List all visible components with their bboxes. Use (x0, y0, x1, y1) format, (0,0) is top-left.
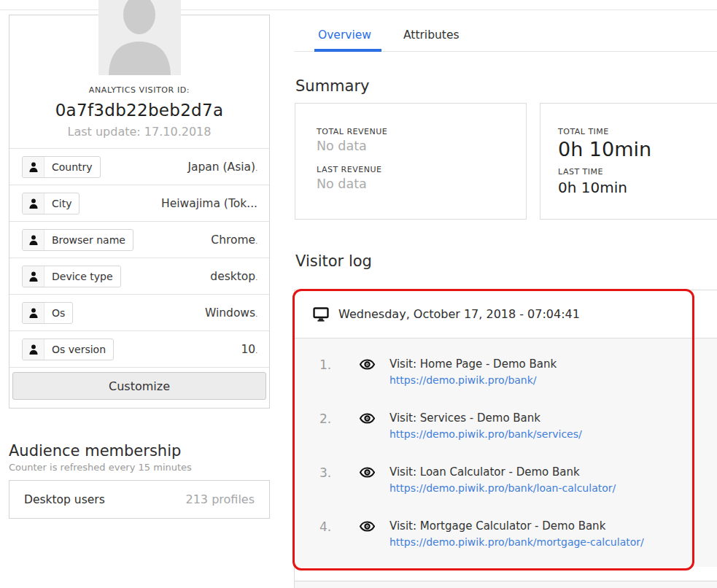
attribute-label: Os (44, 303, 72, 323)
summary-title: Summary (295, 77, 369, 95)
attribute-label: Device type (44, 266, 120, 287)
attribute-value: Japan (Asia). (187, 160, 257, 174)
last-update-text: Last update: 17.10.2018 (9, 125, 269, 139)
attribute-value: desktop. (210, 270, 257, 283)
attribute-value: Chrome. (211, 233, 257, 247)
attribute-label: City (44, 193, 79, 214)
person-icon (23, 303, 44, 323)
visit-url-link[interactable]: https://demo.piwik.pro/bank/ (389, 374, 557, 386)
attribute-value-text: Japan (Asia) (187, 160, 255, 174)
customize-button[interactable]: Customize (12, 372, 266, 400)
attribute-row-browser-name: Browser name Chrome. (9, 221, 269, 258)
visit-number: 4. (319, 519, 341, 534)
audience-membership-title: Audience membership (9, 442, 181, 460)
section-gap (295, 567, 717, 581)
last-time-label: LAST TIME (558, 167, 717, 177)
total-time-label: TOTAL TIME (558, 127, 717, 136)
attribute-value-suffix: . (255, 311, 257, 318)
attribute-value: 10. (241, 343, 257, 356)
attribute-value-text: desktop (210, 270, 255, 283)
visit-number: 2. (319, 411, 341, 426)
visit-row-4: 4. Visit: Mortgage Calculator - Demo Ban… (295, 519, 717, 573)
customize-button-row: Customize (9, 367, 269, 403)
attribute-chip: Os version (22, 339, 114, 360)
person-icon (23, 193, 44, 214)
attribute-chip: Device type (22, 266, 121, 287)
attribute-value: Heiwajima (Tok... (161, 197, 257, 210)
attribute-row-os-version: Os version 10. (9, 330, 269, 367)
attribute-value-suffix: . (255, 238, 257, 245)
attribute-label: Country (44, 157, 100, 177)
pageview-eye-icon (360, 467, 375, 478)
audience-name: Desktop users (24, 493, 105, 506)
attribute-value-text: Chrome (211, 233, 255, 247)
visit-number: 3. (319, 465, 341, 480)
total-revenue-value: No data (317, 139, 526, 153)
summary-card-revenue: TOTAL REVENUE No data LAST REVENUE No da… (295, 103, 527, 220)
session-date-time: Wednesday, October 17, 2018 - 07:04:41 (338, 307, 580, 321)
attribute-value-text: 10 (241, 343, 255, 356)
attribute-label: Browser name (44, 230, 133, 250)
attribute-value-text: Heiwajima (Tok... (161, 197, 257, 210)
person-icon (23, 157, 44, 177)
attribute-value-suffix: . (255, 274, 257, 282)
visit-title: Visit: Loan Calculator - Demo Bank (389, 465, 616, 479)
visit-url-link[interactable]: https://demo.piwik.pro/bank/mortgage-cal… (389, 536, 644, 548)
visit-url-link[interactable]: https://demo.piwik.pro/bank/services/ (389, 428, 582, 440)
attribute-chip: City (22, 193, 80, 214)
desktop-monitor-icon (313, 307, 329, 322)
visitor-id-label: ANALYTICS VISITOR ID: (9, 85, 269, 95)
attribute-chip: Os (22, 302, 73, 324)
visitor-id-value: 0a7f3db22beb2d7a (9, 101, 269, 120)
attribute-value-suffix: . (255, 347, 257, 355)
pageview-eye-icon (360, 359, 375, 370)
pageview-eye-icon (360, 521, 375, 532)
next-session-strip (295, 581, 717, 588)
visit-title: Visit: Services - Demo Bank (389, 411, 582, 425)
session-header-row[interactable]: Wednesday, October 17, 2018 - 07:04:41 (295, 290, 717, 339)
visit-row-3: 3. Visit: Loan Calculator - Demo Bank ht… (295, 465, 717, 519)
total-time-value: 0h 10min (558, 138, 717, 160)
summary-card-time: TOTAL TIME 0h 10min LAST TIME 0h 10min (540, 103, 717, 220)
tab-bar: Overview Attributes (294, 0, 717, 52)
visit-list: 1. Visit: Home Page - Demo Bank https://… (295, 339, 717, 567)
attribute-value-text: Windows (205, 306, 255, 320)
attribute-value: Windows. (205, 306, 257, 320)
visit-row-1: 1. Visit: Home Page - Demo Bank https://… (295, 357, 717, 411)
visit-number: 1. (319, 357, 341, 372)
attribute-label: Os version (44, 339, 113, 360)
audience-membership-subtitle: Counter is refreshed every 15 minutes (9, 462, 192, 473)
total-revenue-label: TOTAL REVENUE (317, 127, 526, 136)
visitor-log-title: Visitor log (295, 252, 372, 270)
attribute-row-device-type: Device type desktop. (9, 258, 269, 294)
attribute-row-os: Os Windows. (9, 294, 269, 330)
visitor-log-card: Wednesday, October 17, 2018 - 07:04:41 1… (294, 290, 717, 588)
attribute-value-suffix: . (255, 165, 257, 172)
visit-title: Visit: Mortgage Calculator - Demo Bank (389, 519, 644, 533)
tab-overview[interactable]: Overview (318, 28, 371, 42)
attribute-row-city: City Heiwajima (Tok... (9, 185, 269, 221)
visit-title: Visit: Home Page - Demo Bank (389, 357, 557, 371)
active-tab-indicator (314, 49, 381, 52)
attribute-chip: Browser name (22, 229, 133, 251)
person-silhouette-icon (98, 0, 181, 75)
person-icon (23, 230, 44, 250)
pageview-eye-icon (360, 413, 375, 424)
person-icon (23, 266, 44, 287)
last-revenue-label: LAST REVENUE (317, 165, 526, 174)
attribute-row-country: Country Japan (Asia). (9, 148, 269, 185)
avatar (98, 0, 181, 75)
last-revenue-value: No data (317, 177, 526, 191)
last-time-value: 0h 10min (558, 179, 717, 196)
audience-row: Desktop users 213 profiles (9, 480, 270, 519)
person-icon (23, 339, 44, 360)
attribute-chip: Country (22, 156, 101, 178)
visit-url-link[interactable]: https://demo.piwik.pro/bank/loan-calcula… (389, 482, 616, 494)
audience-profile-count: 213 profiles (186, 492, 255, 506)
visit-row-2: 2. Visit: Services - Demo Bank https://d… (295, 411, 717, 465)
tab-attributes[interactable]: Attributes (403, 28, 460, 42)
